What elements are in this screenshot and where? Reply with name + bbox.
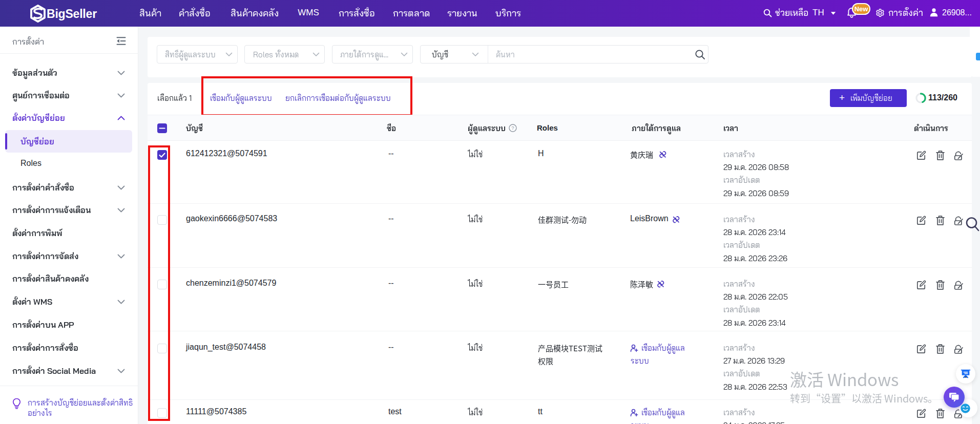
svg-text:?: ? xyxy=(511,125,514,131)
